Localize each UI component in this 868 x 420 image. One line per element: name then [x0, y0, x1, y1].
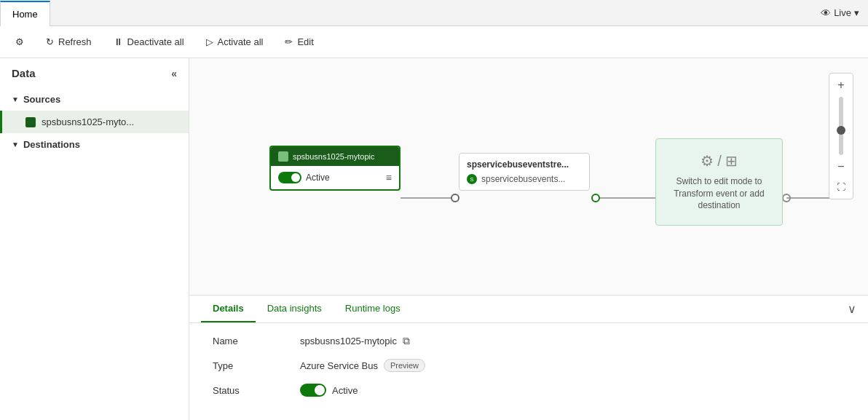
- live-label: Live: [834, 7, 851, 18]
- canvas-area: spsbusns1025-mytopic Active ≡ spserviceb…: [189, 58, 868, 420]
- type-value: Azure Service Bus: [300, 360, 378, 371]
- stream-node-title: spservicebuseventstre...: [467, 159, 582, 170]
- toolbar: ⚙ ↻ Refresh ⏸ Deactivate all ▷ Activate …: [0, 26, 868, 58]
- stream-node[interactable]: spservicebuseventstre... S spservicebuse…: [459, 153, 590, 191]
- name-value-group: spsbusns1025-mytopic ⧉: [300, 335, 410, 347]
- eye-icon: 👁: [821, 7, 831, 19]
- refresh-button[interactable]: ↻ Refresh: [36, 31, 101, 52]
- sidebar-collapse-icon[interactable]: «: [171, 68, 177, 79]
- status-value-group: Active: [300, 384, 358, 397]
- tab-details[interactable]: Details: [201, 296, 256, 322]
- zoom-slider[interactable]: [839, 97, 843, 155]
- zoom-controls: + − ⛶: [829, 73, 853, 199]
- tab-home-label: Home: [12, 9, 38, 20]
- dest-placeholder-icons: ⚙ / ⊞: [701, 152, 738, 170]
- bottom-tabs: Details Data insights Runtime logs ∨: [189, 296, 868, 323]
- tab-data-insights-label: Data insights: [267, 303, 322, 314]
- settings-button[interactable]: ⚙: [6, 31, 33, 52]
- preview-badge: Preview: [384, 359, 425, 372]
- source-node-title: spsbusns1025-mytopic: [293, 152, 375, 161]
- zoom-slider-thumb: [837, 126, 845, 135]
- svg-point-3: [592, 194, 599, 202]
- name-label: Name: [213, 336, 300, 346]
- sidebar-sources-section: ▼ Sources spsbusns1025-myto...: [0, 88, 189, 133]
- activate-all-button[interactable]: ▷ Activate all: [197, 31, 273, 52]
- edit-button[interactable]: ✏ Edit: [275, 31, 323, 52]
- bottom-panel: Details Data insights Runtime logs ∨ Nam…: [189, 295, 868, 420]
- sidebar-title: Data: [12, 67, 36, 79]
- stream-node-icon: S: [467, 174, 477, 184]
- fit-button[interactable]: ⛶: [832, 178, 850, 196]
- svg-point-4: [783, 194, 790, 202]
- source-node-menu-icon[interactable]: ≡: [386, 172, 392, 183]
- edit-icon: ✏: [285, 36, 293, 47]
- sidebar-sources-header[interactable]: ▼ Sources: [0, 88, 189, 111]
- edit-label: Edit: [297, 36, 313, 47]
- activate-all-label: Activate all: [218, 36, 264, 47]
- live-button[interactable]: 👁 Live ▾: [821, 7, 859, 19]
- activate-icon: ▷: [206, 36, 213, 47]
- sidebar-destinations-header[interactable]: ▼ Destinations: [0, 133, 189, 156]
- sources-label: Sources: [23, 94, 60, 105]
- bottom-panel-collapse-icon[interactable]: ∨: [848, 302, 856, 316]
- refresh-label: Refresh: [58, 36, 92, 47]
- sidebar-destinations-section: ▼ Destinations: [0, 133, 189, 156]
- source-active-label: Active: [306, 173, 330, 183]
- source-item-label: spsbusns1025-myto...: [42, 116, 134, 127]
- deactivate-all-button[interactable]: ⏸ Deactivate all: [104, 31, 194, 52]
- status-label: Status: [213, 385, 300, 396]
- settings-icon: ⚙: [15, 36, 24, 47]
- transform-icon: ⚙: [701, 153, 714, 169]
- status-toggle[interactable]: [300, 384, 326, 397]
- chevron-down-icon: ▾: [854, 7, 859, 18]
- dest-slash: /: [717, 153, 725, 169]
- add-dest-icon: ⊞: [725, 153, 738, 169]
- stream-node-item: S spservicebusevents...: [467, 174, 582, 184]
- main-layout: Data « ▼ Sources spsbusns1025-myto... ▼ …: [0, 58, 868, 420]
- type-value-group: Azure Service Bus Preview: [300, 359, 425, 372]
- tab-runtime-logs[interactable]: Runtime logs: [334, 296, 412, 322]
- destinations-label: Destinations: [23, 139, 80, 150]
- source-node[interactable]: spsbusns1025-mytopic Active ≡: [269, 146, 401, 191]
- svg-point-1: [451, 194, 459, 202]
- source-node-header: spsbusns1025-mytopic: [271, 147, 399, 166]
- source-node-toggle-group: Active: [278, 172, 330, 183]
- sidebar: Data « ▼ Sources spsbusns1025-myto... ▼ …: [0, 58, 189, 420]
- sidebar-header: Data «: [0, 58, 189, 88]
- dest-placeholder-text: Switch to edit mode to Transform event o…: [665, 175, 773, 212]
- status-value: Active: [332, 385, 358, 396]
- deactivate-all-label: Deactivate all: [127, 36, 184, 47]
- name-value: spsbusns1025-mytopic: [300, 336, 397, 346]
- source-icon: [25, 117, 36, 127]
- deactivate-icon: ⏸: [114, 36, 123, 47]
- type-label: Type: [213, 360, 300, 371]
- sources-chevron-icon: ▼: [12, 95, 19, 103]
- stream-node-item-label: spservicebusevents...: [481, 174, 565, 184]
- zoom-out-button[interactable]: −: [832, 158, 850, 175]
- detail-row-name: Name spsbusns1025-mytopic ⧉: [213, 335, 845, 347]
- source-node-icon: [278, 151, 288, 162]
- zoom-in-button[interactable]: +: [832, 76, 850, 94]
- tab-bar: Home 👁 Live ▾: [0, 0, 868, 26]
- fit-icon: ⛶: [837, 182, 845, 192]
- tab-data-insights[interactable]: Data insights: [256, 296, 334, 322]
- destinations-chevron-icon: ▼: [12, 140, 19, 148]
- destination-placeholder: ⚙ / ⊞ Switch to edit mode to Transform e…: [655, 138, 783, 226]
- source-node-body: Active ≡: [271, 166, 399, 189]
- source-active-toggle[interactable]: [278, 172, 301, 183]
- refresh-icon: ↻: [46, 36, 54, 47]
- tab-home[interactable]: Home: [0, 1, 50, 26]
- tab-details-label: Details: [213, 303, 244, 314]
- details-panel: Name spsbusns1025-mytopic ⧉ Type Azure S…: [189, 323, 868, 420]
- copy-icon[interactable]: ⧉: [403, 335, 410, 347]
- detail-row-status: Status Active: [213, 384, 845, 397]
- canvas-main[interactable]: spsbusns1025-mytopic Active ≡ spserviceb…: [189, 58, 868, 295]
- sidebar-item-source[interactable]: spsbusns1025-myto...: [0, 111, 189, 133]
- tab-runtime-logs-label: Runtime logs: [345, 303, 401, 314]
- detail-row-type: Type Azure Service Bus Preview: [213, 359, 845, 372]
